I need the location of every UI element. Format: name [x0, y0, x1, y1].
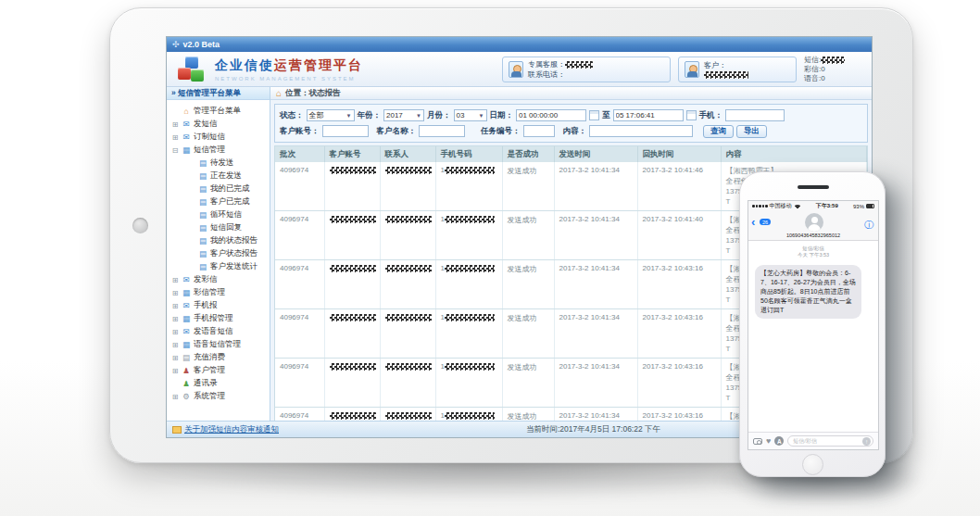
sidebar-item-menu-11[interactable]: ♟通讯录 — [171, 377, 270, 390]
tree-expander-icon[interactable]: ⊞ — [171, 133, 179, 142]
sidebar-item-menu-4[interactable]: ⊞▦彩信管理 — [171, 286, 270, 299]
status-select[interactable]: 全部▼ — [307, 109, 355, 121]
mms-quota-value: 0 — [821, 65, 824, 73]
sidebar-item-menu-10[interactable]: ⊞♟客户管理 — [171, 364, 270, 377]
tree-expander-icon[interactable]: ⊞ — [171, 354, 179, 362]
account-label: 客户账号： — [280, 126, 320, 137]
tree-expander-icon[interactable]: ⊞ — [171, 289, 179, 297]
sidebar-item-sub-4[interactable]: ▤循环短信 — [171, 208, 270, 221]
back-chevron-icon[interactable]: ‹ — [751, 217, 755, 228]
masked-value — [445, 314, 495, 321]
masked-value — [445, 265, 495, 272]
name-input[interactable] — [419, 125, 465, 137]
content-input[interactable] — [589, 125, 693, 137]
message-input[interactable]: 短信/彩信 ↑ — [787, 435, 873, 447]
sidebar-item-menu-7[interactable]: ⊞✉发语音短信 — [171, 325, 270, 338]
account-input[interactable] — [322, 125, 369, 137]
carrier-label: 中国移动 — [770, 202, 792, 210]
cell-contact — [380, 309, 435, 359]
cell-send-time: 2017-3-2 10:41:34 — [554, 162, 637, 211]
sidebar-item-menu-6[interactable]: ⊞▦手机报管理 — [171, 312, 270, 325]
sidebar-item-menu-5[interactable]: ⊞✉手机报 — [171, 299, 270, 312]
sidebar-item-label: 发语音短信 — [194, 326, 233, 337]
camera-icon[interactable] — [753, 438, 762, 445]
apps-icon[interactable]: A — [774, 436, 784, 446]
window-titlebar: ✣ v2.0 Beta — [167, 37, 872, 52]
page-icon: ▤ — [198, 236, 207, 245]
status-value: 全部 — [309, 110, 324, 120]
sidebar-item-sub-1[interactable]: ▤正在发送 — [171, 170, 270, 182]
sidebar-item-menu-2[interactable]: ⊟▦短信管理 — [171, 144, 270, 157]
sidebar-item-sub-5[interactable]: ▤短信回复 — [171, 221, 270, 234]
breadcrumb-label: 位置：状态报告 — [285, 88, 341, 99]
sidebar-item-menu-1[interactable]: ⊞✉订制短信 — [171, 131, 270, 144]
sidebar-item-menu-9[interactable]: ⊞▤充值消费 — [171, 351, 270, 364]
page-icon: ▤ — [198, 262, 207, 271]
cell-contact — [380, 408, 435, 422]
unread-badge[interactable]: 26 — [760, 219, 771, 225]
info-icon[interactable]: ⓘ — [864, 219, 873, 232]
mms-quota-label: 彩信: — [804, 65, 821, 73]
cell-reply-time: 2017-3-2 10:43:16 — [637, 359, 721, 408]
date-to-input[interactable] — [613, 109, 684, 121]
tree-expander-icon[interactable]: ⊞ — [171, 341, 179, 349]
cell-send-time: 2017-3-2 10:41:34 — [554, 211, 637, 260]
cell-status: 发送成功 — [502, 408, 554, 422]
sidebar-item-sub-8[interactable]: ▤客户发送统计 — [171, 260, 270, 273]
sidebar-item-label: 待发送 — [210, 157, 234, 169]
search-button[interactable]: 查询 — [703, 125, 734, 138]
sidebar-item-sub-6[interactable]: ▤我的状态报告 — [171, 234, 270, 247]
masked-value — [385, 265, 432, 272]
to-label: 至 — [602, 110, 610, 121]
export-button[interactable]: 导出 — [736, 125, 767, 138]
mail-icon: ✉ — [182, 301, 191, 310]
sidebar: » 短信管理平台菜单 ⌂管理平台菜单⊞✉发短信⊞✉订制短信⊟▦短信管理▤待发送▤… — [167, 87, 270, 421]
send-button[interactable]: ↑ — [862, 437, 871, 446]
tree-expander-icon[interactable]: ⊞ — [171, 302, 179, 310]
digital-touch-icon[interactable]: ♥ — [766, 437, 771, 446]
tree-expander-icon[interactable]: ⊞ — [171, 120, 179, 129]
tree-expander-icon[interactable]: ⊞ — [171, 393, 179, 401]
calendar-icon[interactable] — [686, 110, 697, 120]
sidebar-item-menu-0[interactable]: ⊞✉发短信 — [171, 118, 270, 131]
cell-account — [324, 309, 380, 359]
voice-quota-value: 0 — [821, 74, 824, 82]
table-icon: ▦ — [182, 288, 191, 297]
mail-icon: ✉ — [182, 120, 191, 129]
page-icon: ▤ — [198, 210, 207, 220]
year-select[interactable]: 2017▼ — [383, 109, 424, 121]
sidebar-item-sub-0[interactable]: ▤待发送 — [171, 157, 270, 170]
tree-expander-icon[interactable]: ⊞ — [171, 367, 179, 375]
sidebar-item-sub-2[interactable]: ▤我的已完成 — [171, 182, 270, 195]
sidebar-item-menu-8[interactable]: ⊞▦语音短信管理 — [171, 338, 270, 351]
thread-date-label: 今天 下午3:53 — [748, 252, 878, 258]
home-button[interactable] — [802, 454, 823, 475]
tree-expander-icon[interactable]: ⊞ — [171, 315, 179, 323]
sidebar-item-root[interactable]: ⌂管理平台菜单 — [171, 105, 270, 118]
message-input-placeholder: 短信/彩信 — [793, 437, 817, 446]
task-input[interactable] — [523, 125, 555, 137]
sidebar-item-menu-12[interactable]: ⊞⚙系统管理 — [171, 390, 270, 403]
sidebar-item-label: 短信回复 — [210, 222, 242, 233]
contact-phone-label: 联系电话： — [528, 70, 565, 79]
notice-link[interactable]: 关于加强短信内容审核通知 — [172, 424, 279, 435]
sidebar-item-label: 客户管理 — [194, 365, 225, 376]
sidebar-item-label: 彩信管理 — [194, 287, 225, 298]
sidebar-item-label: 循环短信 — [210, 209, 242, 220]
calendar-icon[interactable] — [589, 110, 599, 120]
avatar[interactable] — [805, 213, 823, 232]
voice-quota-label: 语音: — [804, 74, 821, 82]
sidebar-item-label: 手机报管理 — [194, 313, 233, 324]
tree-expander-icon[interactable]: ⊞ — [171, 328, 179, 336]
date-from-input[interactable] — [516, 109, 586, 121]
month-select[interactable]: 03▼ — [454, 109, 487, 121]
sidebar-item-menu-3[interactable]: ⊞✉发彩信 — [171, 273, 270, 286]
sidebar-item-sub-3[interactable]: ▤客户已完成 — [171, 195, 270, 208]
tree-expander-icon[interactable]: ⊞ — [171, 276, 179, 284]
sidebar-item-sub-7[interactable]: ▤客户状态报告 — [171, 247, 270, 260]
mobile-input[interactable] — [725, 109, 785, 121]
tree-expander-icon[interactable]: ⊟ — [171, 146, 179, 155]
page-icon: ▤ — [198, 171, 207, 181]
cell-batch: 4096974 — [275, 211, 324, 260]
cell-send-time: 2017-3-2 10:41:34 — [554, 260, 637, 309]
